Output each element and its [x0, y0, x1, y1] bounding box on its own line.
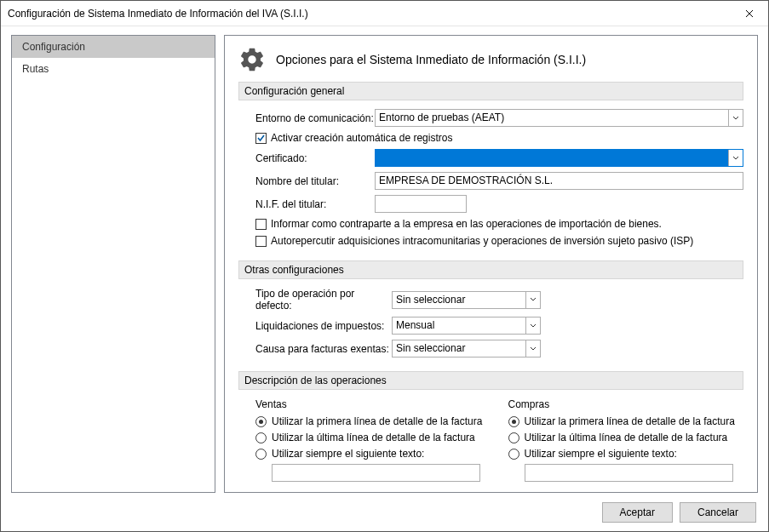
section-header-desc: Descripción de las operaciones: [238, 371, 743, 390]
nombre-value: EMPRESA DE DEMOSTRACIÓN S.L.: [375, 172, 743, 190]
ventas-opt-ultima: Utilizar la última línea de detalle de l…: [272, 432, 475, 443]
ventas-radio-ultima[interactable]: [255, 432, 267, 443]
autorep-checkbox[interactable]: [255, 236, 267, 247]
compras-freetext-field[interactable]: [525, 464, 733, 482]
cert-label: Certificado:: [255, 152, 375, 164]
causa-label: Causa para facturas exentas:: [255, 343, 392, 355]
liq-dropdown[interactable]: Mensual: [392, 317, 541, 335]
tipo-label: Tipo de operación por defecto:: [255, 288, 392, 312]
liq-value: Mensual: [393, 317, 525, 334]
tipo-value: Sin seleccionar: [393, 292, 525, 308]
main-panel: Opciones para el Sistema Inmediato de In…: [224, 35, 758, 493]
compras-column: Compras Utilizar la primera línea de det…: [508, 398, 744, 482]
sidebar: Configuración Rutas: [11, 35, 215, 493]
close-icon: [745, 9, 754, 18]
compras-radio-ultima[interactable]: [508, 432, 519, 443]
activar-checkbox[interactable]: [255, 133, 267, 144]
cancel-button[interactable]: Cancelar: [680, 502, 756, 523]
dialog-window: Configuración de Sistema Inmediato de In…: [0, 0, 769, 532]
chevron-down-icon: [525, 292, 540, 308]
close-button[interactable]: [730, 1, 768, 26]
dialog-footer: Aceptar Cancelar: [1, 493, 768, 531]
compras-title: Compras: [508, 398, 744, 410]
gear-icon: [238, 46, 266, 73]
ventas-opt-siempre: Utilizar siempre el siguiente texto:: [272, 448, 424, 460]
chevron-down-icon: [525, 317, 540, 334]
tipo-dropdown[interactable]: Sin seleccionar: [392, 291, 541, 309]
section-header-general: Configuración general: [238, 82, 743, 100]
page-title: Opciones para el Sistema Inmediato de In…: [276, 53, 586, 66]
ventas-freetext-field[interactable]: [272, 464, 480, 482]
entorno-value: Entorno de pruebas (AEAT): [376, 110, 728, 126]
compras-radio-siempre[interactable]: [508, 449, 519, 460]
ventas-title: Ventas: [255, 398, 491, 410]
nombre-label: Nombre del titular:: [255, 175, 375, 187]
ventas-column: Ventas Utilizar la primera línea de deta…: [255, 398, 491, 482]
entorno-dropdown[interactable]: Entorno de pruebas (AEAT): [375, 109, 743, 127]
accept-button[interactable]: Aceptar: [602, 502, 673, 523]
main-header: Opciones para el Sistema Inmediato de In…: [238, 46, 743, 73]
causa-dropdown[interactable]: Sin seleccionar: [392, 340, 541, 358]
section-header-otras: Otras configuraciones: [238, 260, 743, 279]
compras-radio-primera[interactable]: [508, 416, 519, 427]
cert-dropdown[interactable]: [375, 149, 743, 167]
sidebar-item-rutas[interactable]: Rutas: [12, 58, 215, 80]
chevron-down-icon: [525, 340, 540, 357]
chevron-down-icon: [728, 150, 743, 166]
causa-value: Sin seleccionar: [393, 340, 525, 357]
informar-checkbox[interactable]: [255, 219, 267, 230]
informar-label: Informar como contraparte a la empresa e…: [271, 218, 662, 230]
ventas-opt-primera: Utilizar la primera línea de detalle de …: [272, 415, 482, 427]
cert-value: [376, 150, 728, 166]
nif-label: N.I.F. del titular:: [255, 198, 375, 210]
entorno-label: Entorno de comunicación:: [255, 112, 375, 124]
compras-opt-ultima: Utilizar la última línea de detalle de l…: [525, 432, 728, 443]
window-title: Configuración de Sistema Inmediato de In…: [8, 8, 730, 20]
nif-field[interactable]: [375, 195, 467, 213]
chevron-down-icon: [728, 110, 743, 126]
compras-opt-siempre: Utilizar siempre el siguiente texto:: [525, 448, 677, 460]
ventas-radio-siempre[interactable]: [255, 449, 267, 460]
dialog-body: Configuración Rutas Opciones para el Sis…: [1, 26, 768, 493]
liq-label: Liquidaciones de impuestos:: [255, 320, 392, 332]
compras-opt-primera: Utilizar la primera línea de detalle de …: [525, 415, 735, 427]
titlebar: Configuración de Sistema Inmediato de In…: [1, 1, 768, 26]
autorep-label: Autorepercutir adquisiciones intracomuni…: [271, 235, 693, 247]
sidebar-item-configuracion[interactable]: Configuración: [12, 36, 215, 58]
ventas-radio-primera[interactable]: [255, 416, 267, 427]
activar-label: Activar creación automática de registros: [271, 132, 452, 144]
